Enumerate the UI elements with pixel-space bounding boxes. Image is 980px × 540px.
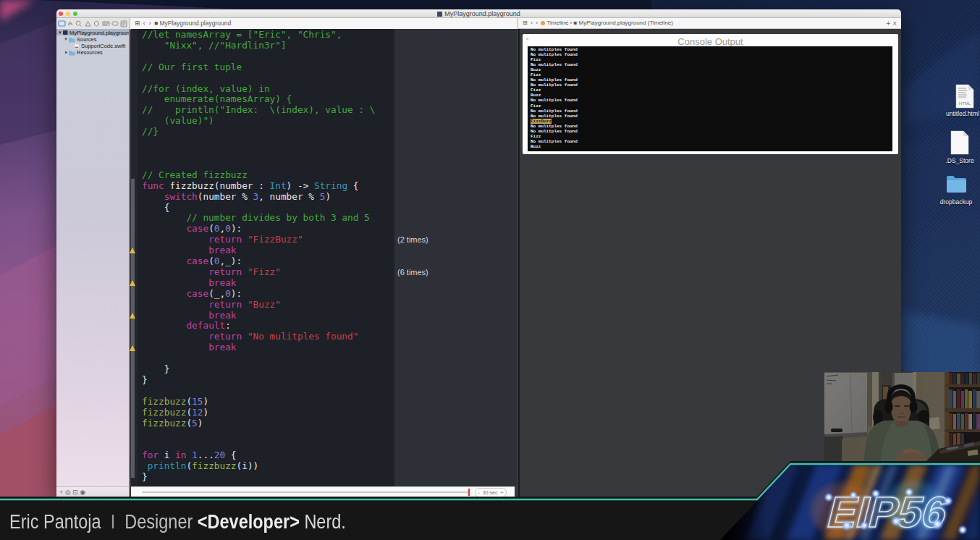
svg-text:Resources: Resources	[77, 49, 103, 56]
svg-text:MyPlayground.playground: MyPlayground.playground	[69, 30, 129, 36]
svg-text:Sources: Sources	[77, 36, 97, 43]
svg-text:SupportCode.swift: SupportCode.swift	[81, 43, 126, 49]
svg-text:HTML: HTML	[959, 101, 971, 106]
